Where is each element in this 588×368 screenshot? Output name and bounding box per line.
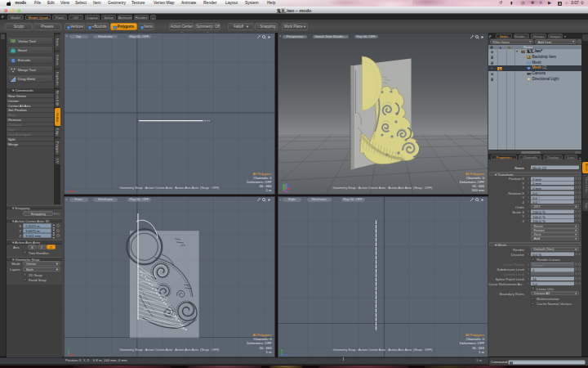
svg-text:Y: Y bbox=[67, 347, 69, 350]
